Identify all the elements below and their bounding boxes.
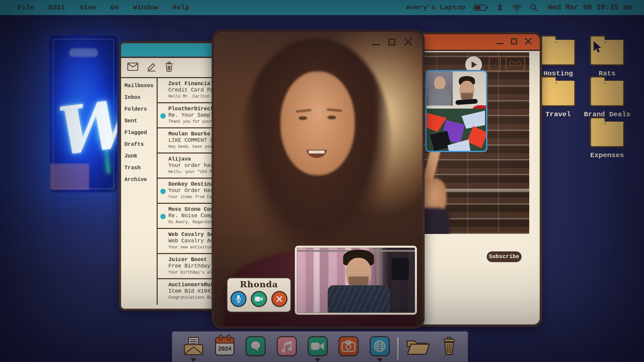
minimize-button[interactable] <box>496 37 504 47</box>
envelope-icon[interactable] <box>127 62 139 73</box>
desktop-folder-travel[interactable]: Travel <box>538 76 578 118</box>
frame-icon <box>489 56 501 71</box>
maximize-button[interactable] <box>387 37 397 48</box>
video-call-icon[interactable] <box>307 336 328 357</box>
camera-toggle-button[interactable] <box>251 291 267 307</box>
mailbox-sidebar: Mailboxes Inbox Folders Sent Flagged Dra… <box>121 78 158 305</box>
camera-osd-icons <box>489 56 529 71</box>
open-app-indicator <box>191 358 197 362</box>
dock-mail[interactable] <box>178 336 209 362</box>
sidebar-item-flagged[interactable]: Flagged <box>124 130 157 136</box>
desktop-folder-brand-deals[interactable]: Brand Deals <box>579 76 636 118</box>
close-button[interactable] <box>524 37 532 47</box>
desktop: File Edit View Go Window Help Avery's La… <box>0 0 644 362</box>
dock-messages[interactable] <box>240 336 271 362</box>
play-icon <box>472 61 477 68</box>
battery-icon <box>473 4 489 11</box>
desktop-folder-hosting[interactable]: Hosting <box>538 35 578 77</box>
sidebar-item-inbox[interactable]: Inbox <box>124 95 157 101</box>
calendar-year: 2024 <box>216 346 233 352</box>
folder-label: Travel <box>538 111 578 118</box>
mic-button[interactable] <box>230 291 247 307</box>
menu-help[interactable]: Help <box>172 4 189 11</box>
sidebar-item-trash[interactable]: Trash <box>124 165 157 171</box>
folder-icon[interactable] <box>590 80 625 107</box>
dock-separator <box>397 337 398 360</box>
folder-icon[interactable] <box>541 40 576 66</box>
dock-calendar[interactable]: 2024 <box>209 336 240 362</box>
minimize-button[interactable] <box>371 37 381 48</box>
open-app-indicator <box>377 358 383 362</box>
menu-go[interactable]: Go <box>110 4 119 11</box>
dock: 2024 <box>170 329 470 362</box>
menu-window[interactable]: Window <box>133 4 158 11</box>
folder-icon[interactable] <box>590 121 625 147</box>
globe-icon[interactable] <box>369 336 390 357</box>
video-call-window: Rhonda <box>212 29 425 329</box>
neon-sign-text: WO <box>50 84 117 165</box>
search-icon[interactable] <box>530 4 538 11</box>
compose-icon[interactable] <box>147 62 157 73</box>
sidebar-item-archive[interactable]: Archive <box>124 177 157 183</box>
sidebar-item-folders[interactable]: Folders <box>124 106 157 112</box>
calendar-icon[interactable]: 2024 <box>214 336 235 357</box>
trash-can-icon[interactable] <box>439 336 460 357</box>
messages-icon[interactable] <box>245 336 266 357</box>
neon-sign: WO <box>50 36 117 192</box>
caller-name: Rhonda <box>240 280 278 289</box>
elderly-man-photo <box>427 71 453 106</box>
menu-bar: File Edit View Go Window Help Avery's La… <box>0 0 644 15</box>
subscribe-button[interactable]: Subscribe <box>487 251 522 262</box>
wifi-icon[interactable] <box>512 4 522 11</box>
maximize-button[interactable] <box>510 37 518 47</box>
desktop-folder-expenses[interactable]: Expenses <box>579 117 636 159</box>
call-control-panel: Rhonda <box>226 277 292 313</box>
bluetooth-icon[interactable] <box>497 3 503 12</box>
camera-icon[interactable] <box>338 336 359 357</box>
dock-web-browser[interactable] <box>364 336 395 362</box>
cassette-icon <box>505 56 525 71</box>
unread-dot <box>160 189 166 194</box>
trash-icon[interactable] <box>165 62 173 73</box>
music-icon[interactable] <box>276 336 297 357</box>
menu-view[interactable]: View <box>79 4 96 11</box>
folder-icon[interactable] <box>541 80 576 107</box>
dock-video-call[interactable] <box>302 336 333 362</box>
menu-items: File Edit View Go Window Help <box>17 4 190 11</box>
self-view-video <box>295 246 417 315</box>
sidebar-item-sent[interactable]: Sent <box>124 118 157 124</box>
close-button[interactable] <box>404 37 413 48</box>
colorful-sweater <box>427 109 486 152</box>
cursor-pointer <box>593 41 603 56</box>
unread-dot <box>160 214 166 219</box>
dock-files[interactable] <box>402 336 433 362</box>
dock-music[interactable] <box>271 336 302 362</box>
sweater-collar <box>455 99 478 105</box>
end-call-button[interactable] <box>271 291 287 307</box>
sidebar-item-junk[interactable]: Junk <box>124 153 157 159</box>
sidebar-item-drafts[interactable]: Drafts <box>124 141 157 147</box>
sidebar-item-mailboxes[interactable]: Mailboxes <box>124 83 157 89</box>
menu-file[interactable]: File <box>17 4 34 11</box>
mail-icon[interactable] <box>183 336 204 357</box>
open-folder-icon[interactable] <box>405 336 431 357</box>
menu-edit[interactable]: Edit <box>48 4 65 11</box>
device-name: Avery's Laptop <box>406 4 465 11</box>
dock-trash[interactable] <box>434 336 465 362</box>
neon-sign-plaque <box>69 48 98 57</box>
open-app-indicator <box>315 358 321 362</box>
neon-sign-base <box>50 164 89 190</box>
menu-clock: Wed Mar 06 10:25 am <box>548 3 632 12</box>
dock-camera[interactable] <box>333 336 364 362</box>
reaction-inset-video <box>425 70 487 152</box>
folder-label: Expenses <box>579 152 636 159</box>
unread-dot <box>160 113 166 119</box>
